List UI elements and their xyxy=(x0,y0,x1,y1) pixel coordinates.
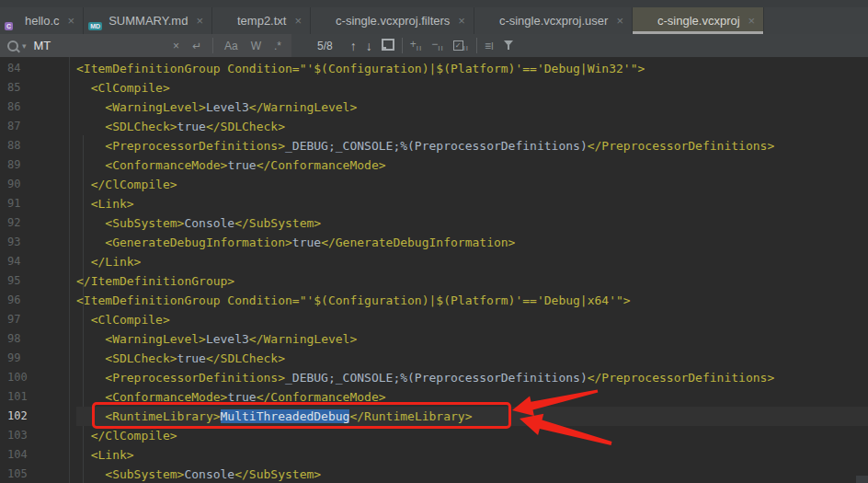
scrollbar-mark xyxy=(856,476,868,483)
code-line[interactable]: <ItemDefinitionGroup Condition="'$(Confi… xyxy=(76,291,868,310)
line-number: 104 xyxy=(0,445,69,465)
separator xyxy=(402,38,403,53)
code-line[interactable]: </ItemDefinitionGroup> xyxy=(76,271,868,291)
code-line[interactable]: <Link> xyxy=(76,445,868,465)
line-number: 89 xyxy=(0,155,69,175)
tab-label: c-single.vcxproj xyxy=(657,14,740,28)
gutter: 8485868788899091929394959697989910010110… xyxy=(0,57,70,483)
text-file-icon xyxy=(483,15,494,28)
match-case-toggle[interactable]: Aa xyxy=(220,40,243,52)
next-occurrence-button[interactable]: ↓ xyxy=(361,39,377,53)
tab-summary-md[interactable]: MD SUMMARY.md × xyxy=(84,7,212,34)
text-file-icon xyxy=(319,15,330,28)
code-line[interactable]: <GenerateDebugInformation>true</Generate… xyxy=(76,233,868,252)
code-editor: 8485868788899091929394959697989910010110… xyxy=(0,57,868,483)
code-line[interactable]: </ClCompile> xyxy=(76,426,868,445)
code-line[interactable]: <WarningLevel>Level3</WarningLevel> xyxy=(76,329,868,349)
code-line[interactable]: <Link> xyxy=(76,194,868,213)
search-icon xyxy=(7,40,18,52)
code-lines: <ItemDefinitionGroup Condition="'$(Confi… xyxy=(70,57,868,483)
code-line[interactable]: <ConformanceMode>true</ConformanceMode> xyxy=(76,387,868,407)
checkbox-icon: ✓ xyxy=(453,40,463,51)
remove-occurrence-button[interactable]: −II xyxy=(427,38,448,52)
line-number: 101 xyxy=(0,387,69,407)
line-number: 90 xyxy=(0,175,69,194)
line-number: 96 xyxy=(0,291,69,310)
close-icon[interactable]: × xyxy=(458,14,465,28)
line-number: 100 xyxy=(0,368,69,387)
c-file-icon: C xyxy=(8,15,19,28)
code-line[interactable]: <ClCompile> xyxy=(76,310,868,329)
line-number: 88 xyxy=(0,136,69,155)
code-line[interactable]: <RuntimeLibrary>MultiThreadedDebug</Runt… xyxy=(76,407,868,426)
line-number: 97 xyxy=(0,310,69,329)
close-icon[interactable]: × xyxy=(68,14,75,28)
toggle-occurrences-button[interactable]: ✓II xyxy=(449,38,474,52)
code-line[interactable]: <SubSystem>Console</SubSystem> xyxy=(76,465,868,483)
line-number: 87 xyxy=(0,117,69,136)
find-bar: ▾ MT × ↵ Aa W .* 5/8 ↑ ↓ +II −II ✓II ≡I xyxy=(0,34,868,57)
close-icon[interactable]: × xyxy=(196,14,203,28)
code-line[interactable]: <ConformanceMode>true</ConformanceMode> xyxy=(76,155,868,175)
code-line[interactable]: <WarningLevel>Level3</WarningLevel> xyxy=(76,98,868,117)
close-icon[interactable]: × xyxy=(748,14,756,28)
code-line[interactable]: <SDLCheck>true</SDLCheck> xyxy=(76,117,868,136)
code-line[interactable]: </Link> xyxy=(76,252,868,271)
regex-toggle[interactable]: .* xyxy=(269,40,286,52)
new-line-icon[interactable]: ↵ xyxy=(188,40,206,52)
editor-tab-bar: C hello.c × MD SUMMARY.md × temp2.txt × … xyxy=(0,7,868,34)
select-all-occurrences-button[interactable] xyxy=(377,39,399,53)
line-number: 98 xyxy=(0,329,69,349)
line-number: 103 xyxy=(0,426,69,445)
line-number: 85 xyxy=(0,78,69,98)
filter-results-button[interactable] xyxy=(498,39,519,53)
close-icon[interactable]: × xyxy=(616,14,623,28)
code-line[interactable]: <SDLCheck>true</SDLCheck> xyxy=(76,349,868,368)
tab-label: temp2.txt xyxy=(237,14,286,28)
line-number: 94 xyxy=(0,252,69,271)
markdown-file-icon: MD xyxy=(92,15,103,28)
tab-vcxproj-user[interactable]: c-single.vcxproj.user × xyxy=(474,7,633,34)
separator xyxy=(476,38,477,53)
line-number: 91 xyxy=(0,194,69,213)
tab-hello-c[interactable]: C hello.c × xyxy=(0,7,84,34)
line-number: 86 xyxy=(0,98,69,117)
close-icon[interactable]: × xyxy=(294,14,302,28)
tab-vcxproj[interactable]: c-single.vcxproj × xyxy=(633,7,764,34)
code-line[interactable]: <PreprocessorDefinitions>_DEBUG;_CONSOLE… xyxy=(76,136,868,155)
search-history-chevron-icon[interactable]: ▾ xyxy=(22,41,27,51)
tab-label: c-single.vcxproj.filters xyxy=(336,14,450,28)
code-line[interactable]: <ItemDefinitionGroup Condition="'$(Confi… xyxy=(76,59,868,78)
tab-label: c-single.vcxproj.user xyxy=(499,14,609,28)
words-toggle[interactable]: W xyxy=(246,40,266,52)
line-number: 105 xyxy=(0,465,69,483)
filter-icon xyxy=(503,39,514,51)
clear-search-icon[interactable]: × xyxy=(168,40,184,52)
add-occurrence-button[interactable]: +II xyxy=(405,38,427,52)
text-file-icon xyxy=(641,15,652,28)
separator xyxy=(212,38,213,53)
code-line[interactable]: <PreprocessorDefinitions>_DEBUG;_CONSOLE… xyxy=(76,368,868,387)
tab-vcxproj-filters[interactable]: c-single.vcxproj.filters × xyxy=(311,7,474,34)
line-number: 102 xyxy=(0,407,69,426)
code-line[interactable]: </ClCompile> xyxy=(76,175,868,194)
search-input[interactable]: MT xyxy=(34,39,165,52)
code-line[interactable]: <ClCompile> xyxy=(76,78,868,98)
line-number: 93 xyxy=(0,233,69,252)
search-options-button[interactable]: ≡I xyxy=(480,40,498,52)
window-top-strip xyxy=(0,0,868,7)
search-field[interactable]: ▾ MT × ↵ Aa W .* xyxy=(0,34,291,57)
text-file-icon xyxy=(221,15,232,28)
previous-occurrence-button[interactable]: ↑ xyxy=(346,39,361,53)
code-line[interactable]: <SubSystem>Console</SubSystem> xyxy=(76,213,868,233)
tab-label: SUMMARY.md xyxy=(108,14,188,28)
tab-label: hello.c xyxy=(25,14,60,28)
tab-temp2-txt[interactable]: temp2.txt × xyxy=(212,7,311,34)
select-all-icon xyxy=(382,39,394,51)
line-number: 95 xyxy=(0,271,69,291)
line-number: 99 xyxy=(0,349,69,368)
line-number: 92 xyxy=(0,213,69,233)
line-number: 84 xyxy=(0,59,69,78)
match-count: 5/8 xyxy=(291,40,346,52)
